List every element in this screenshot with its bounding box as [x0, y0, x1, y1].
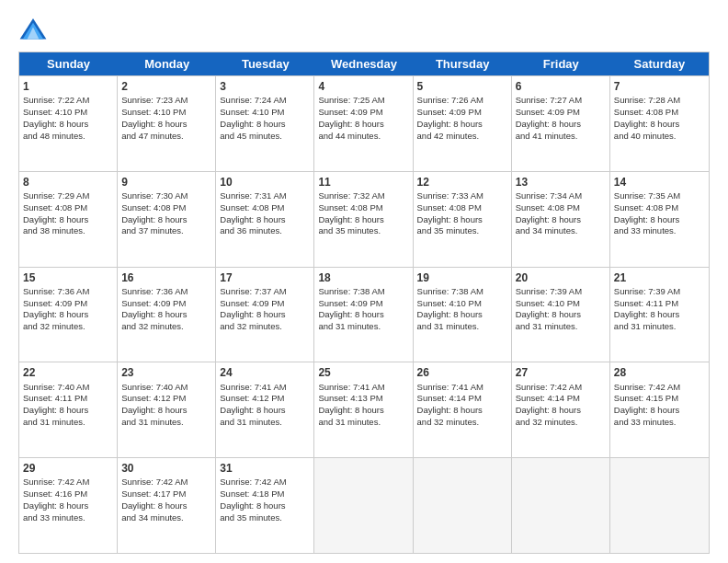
day-info-line: Sunset: 4:11 PM [23, 393, 87, 403]
day-info-line: Sunrise: 7:36 AM [121, 286, 188, 296]
day-number: 19 [417, 270, 507, 285]
day-number: 3 [220, 79, 310, 94]
day-number: 27 [516, 365, 606, 380]
day-info-line: Daylight: 8 hours [220, 214, 285, 224]
day-info-line: Daylight: 8 hours [417, 405, 483, 415]
calendar-row-5: 29Sunrise: 7:42 AMSunset: 4:16 PMDayligh… [19, 457, 709, 553]
calendar-cell-day-30: 30Sunrise: 7:42 AMSunset: 4:17 PMDayligh… [118, 458, 216, 553]
weekday-header-wednesday: Wednesday [314, 52, 413, 75]
day-info-line: Daylight: 8 hours [417, 119, 483, 129]
day-info-line: Daylight: 8 hours [614, 405, 679, 415]
calendar-row-4: 22Sunrise: 7:40 AMSunset: 4:11 PMDayligh… [19, 362, 709, 457]
weekday-header-monday: Monday [118, 52, 216, 75]
day-info-line: Sunrise: 7:31 AM [220, 190, 286, 201]
day-info-line: Sunset: 4:08 PM [614, 202, 678, 213]
day-info-line: Sunrise: 7:25 AM [318, 95, 384, 105]
day-info-line: Daylight: 8 hours [516, 309, 581, 319]
day-info-line: Sunrise: 7:42 AM [614, 382, 680, 392]
day-info-line: and 31 minutes. [417, 321, 480, 331]
day-info-line: and 42 minutes. [417, 131, 480, 141]
day-info-line: Daylight: 8 hours [121, 405, 187, 415]
day-info-line: Daylight: 8 hours [220, 405, 285, 415]
day-info-line: Sunrise: 7:41 AM [220, 382, 286, 392]
day-number: 7 [614, 79, 705, 94]
day-info-line: and 31 minutes. [318, 417, 381, 427]
day-info-line: Daylight: 8 hours [417, 214, 483, 224]
day-info-line: Sunrise: 7:40 AM [23, 382, 89, 392]
calendar-cell-day-6: 6Sunrise: 7:27 AMSunset: 4:09 PMDaylight… [512, 76, 610, 171]
day-info-line: Sunset: 4:09 PM [220, 298, 284, 308]
day-number: 28 [614, 365, 705, 380]
day-info-line: Daylight: 8 hours [318, 405, 383, 415]
day-info-line: Sunrise: 7:41 AM [417, 382, 483, 392]
day-number: 10 [220, 175, 310, 190]
day-info-line: and 35 minutes. [417, 225, 480, 236]
day-info-line: Daylight: 8 hours [220, 309, 285, 319]
day-number: 23 [121, 365, 211, 380]
day-info-line: and 31 minutes. [23, 417, 85, 427]
day-info-line: Sunrise: 7:29 AM [23, 190, 89, 201]
day-info-line: Sunset: 4:09 PM [121, 298, 186, 308]
calendar-cell-empty [512, 458, 610, 553]
day-info-line: Daylight: 8 hours [23, 309, 88, 319]
day-number: 25 [318, 365, 408, 380]
day-info-line: and 32 minutes. [516, 417, 578, 427]
day-info-line: and 33 minutes. [614, 417, 677, 427]
day-info-line: Daylight: 8 hours [417, 309, 483, 319]
calendar-cell-day-3: 3Sunrise: 7:24 AMSunset: 4:10 PMDaylight… [216, 76, 314, 171]
calendar-cell-day-31: 31Sunrise: 7:42 AMSunset: 4:18 PMDayligh… [216, 458, 314, 553]
day-info-line: Daylight: 8 hours [516, 214, 581, 224]
calendar-row-3: 15Sunrise: 7:36 AMSunset: 4:09 PMDayligh… [19, 267, 709, 362]
day-info-line: Daylight: 8 hours [516, 119, 581, 129]
day-info-line: Daylight: 8 hours [121, 500, 187, 511]
day-info-line: Sunrise: 7:30 AM [121, 190, 188, 201]
day-number: 6 [516, 79, 606, 94]
day-info-line: Daylight: 8 hours [614, 119, 679, 129]
calendar-cell-day-11: 11Sunrise: 7:32 AMSunset: 4:08 PMDayligh… [314, 172, 413, 267]
day-info-line: Daylight: 8 hours [23, 119, 88, 129]
day-info-line: Sunset: 4:14 PM [417, 393, 482, 403]
day-number: 31 [220, 461, 310, 476]
calendar-row-1: 1Sunrise: 7:22 AMSunset: 4:10 PMDaylight… [19, 75, 709, 171]
day-info-line: Sunset: 4:10 PM [516, 298, 580, 308]
day-info-line: and 32 minutes. [417, 417, 480, 427]
day-info-line: Daylight: 8 hours [121, 309, 187, 319]
day-info-line: Sunrise: 7:38 AM [417, 286, 483, 296]
day-info-line: Daylight: 8 hours [23, 405, 88, 415]
calendar: SundayMondayTuesdayWednesdayThursdayFrid… [18, 52, 710, 554]
day-info-line: Daylight: 8 hours [516, 405, 581, 415]
day-info-line: and 45 minutes. [220, 131, 282, 141]
day-info-line: Daylight: 8 hours [121, 119, 187, 129]
day-number: 21 [614, 270, 705, 285]
day-info-line: Sunset: 4:08 PM [614, 107, 678, 117]
calendar-cell-day-12: 12Sunrise: 7:33 AMSunset: 4:08 PMDayligh… [414, 172, 512, 267]
day-info-line: and 32 minutes. [121, 321, 184, 331]
day-info-line: Daylight: 8 hours [23, 214, 88, 224]
day-info-line: and 48 minutes. [23, 131, 85, 141]
day-info-line: Sunrise: 7:22 AM [23, 95, 89, 105]
day-info-line: Sunrise: 7:34 AM [516, 190, 582, 201]
day-info-line: and 35 minutes. [220, 512, 282, 523]
day-info-line: and 35 minutes. [318, 225, 381, 236]
day-info-line: Sunrise: 7:42 AM [121, 477, 188, 487]
header [18, 17, 710, 42]
calendar-cell-day-10: 10Sunrise: 7:31 AMSunset: 4:08 PMDayligh… [216, 172, 314, 267]
day-info-line: Sunset: 4:14 PM [516, 393, 580, 403]
weekday-header-thursday: Thursday [414, 52, 512, 75]
weekday-header-friday: Friday [512, 52, 610, 75]
day-info-line: Daylight: 8 hours [220, 500, 285, 511]
day-info-line: Sunrise: 7:32 AM [318, 190, 384, 201]
day-info-line: Sunrise: 7:41 AM [318, 382, 384, 392]
calendar-cell-day-4: 4Sunrise: 7:25 AMSunset: 4:09 PMDaylight… [314, 76, 413, 171]
day-info-line: and 44 minutes. [318, 131, 381, 141]
calendar-cell-day-26: 26Sunrise: 7:41 AMSunset: 4:14 PMDayligh… [414, 362, 512, 457]
day-number: 20 [516, 270, 606, 285]
calendar-cell-day-9: 9Sunrise: 7:30 AMSunset: 4:08 PMDaylight… [118, 172, 216, 267]
calendar-cell-day-23: 23Sunrise: 7:40 AMSunset: 4:12 PMDayligh… [118, 362, 216, 457]
calendar-body: 1Sunrise: 7:22 AMSunset: 4:10 PMDaylight… [19, 75, 709, 553]
day-info-line: Sunset: 4:08 PM [318, 202, 382, 213]
day-number: 26 [417, 365, 507, 380]
calendar-cell-day-25: 25Sunrise: 7:41 AMSunset: 4:13 PMDayligh… [314, 362, 413, 457]
day-number: 15 [23, 270, 113, 285]
day-info-line: Sunset: 4:08 PM [516, 202, 580, 213]
